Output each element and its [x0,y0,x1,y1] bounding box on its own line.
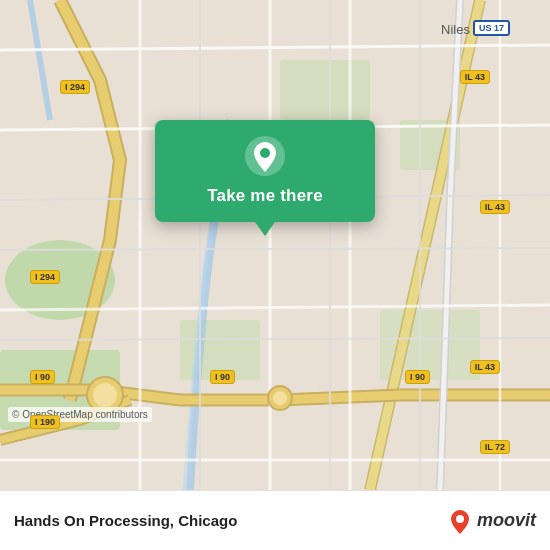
location-pin-icon [243,134,287,178]
svg-point-22 [93,383,117,407]
svg-point-27 [456,515,464,523]
svg-rect-3 [180,320,260,380]
map-container: US 17 IL 43 IL 43 IL 43 IL 72 I 294 I 29… [0,0,550,490]
niles-label: Niles [441,22,470,37]
bottom-bar: Hands On Processing, Chicago moovit [0,490,550,550]
svg-point-26 [260,148,270,158]
moovit-brand-text: moovit [477,510,536,531]
svg-rect-4 [280,60,370,120]
location-name: Hands On Processing, Chicago [14,512,447,529]
svg-point-24 [273,391,287,405]
map-attribution: © OpenStreetMap contributors [8,407,152,422]
navigate-popup[interactable]: Take me there [155,120,375,222]
moovit-logo: moovit [447,508,536,534]
popup-label: Take me there [207,186,323,206]
moovit-pin-icon [447,508,473,534]
